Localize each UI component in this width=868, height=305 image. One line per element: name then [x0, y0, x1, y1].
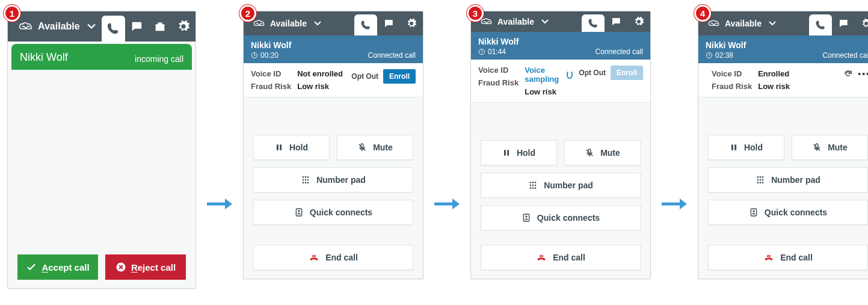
- opt-out-link[interactable]: Opt Out: [579, 69, 606, 77]
- enroll-button[interactable]: Enroll: [383, 69, 416, 84]
- agent-status-dropdown[interactable]: Available: [247, 14, 327, 32]
- caller-name: Nikki Wolf: [251, 40, 291, 50]
- caller-banner-connected: Nikki Wolf 00:20 Connected call: [244, 35, 423, 63]
- flow-arrow-icon: [433, 197, 461, 211]
- agent-status-dropdown[interactable]: Available: [475, 14, 555, 29]
- call-timer: 02:38: [706, 51, 746, 60]
- enroll-button-disabled: Enroll: [611, 66, 643, 80]
- svg-point-9: [303, 179, 304, 181]
- tab-chat[interactable]: [832, 11, 855, 35]
- more-menu-button[interactable]: •••: [858, 69, 868, 79]
- hold-button[interactable]: Hold: [708, 135, 784, 160]
- opt-out-link[interactable]: Opt Out: [351, 72, 378, 81]
- quick-connects-button[interactable]: Quick connects: [708, 200, 868, 225]
- fraud-risk-value: Low risk: [525, 87, 573, 96]
- agent-status-label: Available: [38, 21, 80, 32]
- call-state-label: Connected call: [368, 51, 416, 60]
- number-pad-button[interactable]: Number pad: [708, 167, 868, 193]
- voice-id-value: Enrolled: [758, 69, 837, 78]
- pause-icon: [502, 149, 511, 157]
- svg-point-29: [532, 187, 534, 189]
- call-state-label: Connected call: [596, 48, 643, 56]
- ccp-panel-connected: Available Nikki Wolf 00:20: [243, 11, 423, 279]
- mic-off-icon: [585, 148, 594, 158]
- agent-status-dropdown[interactable]: Available: [702, 14, 782, 32]
- dialpad-icon: [301, 175, 310, 185]
- svg-rect-4: [280, 144, 282, 150]
- connect-cloud-icon: [253, 19, 265, 28]
- svg-rect-19: [504, 150, 506, 155]
- hold-button[interactable]: Hold: [253, 135, 330, 160]
- fraud-risk-value: Low risk: [758, 82, 837, 91]
- svg-point-6: [303, 176, 304, 178]
- tab-settings[interactable]: [400, 11, 423, 35]
- svg-rect-20: [507, 150, 509, 155]
- refresh-button[interactable]: [843, 69, 853, 79]
- topbar: Available: [244, 11, 423, 35]
- tab-chat[interactable]: [605, 11, 627, 32]
- end-call-button[interactable]: End call: [481, 245, 641, 270]
- tab-phone[interactable]: [582, 14, 605, 32]
- tab-phone[interactable]: [809, 14, 832, 35]
- accept-call-button[interactable]: Accept call: [17, 254, 98, 280]
- spinner-icon: [567, 70, 573, 79]
- caller-banner-connected: Nikki Wolf 02:38 Connected call: [698, 35, 868, 63]
- end-call-button[interactable]: End call: [708, 245, 868, 270]
- caller-name: Nikki Wolf: [20, 51, 68, 64]
- tab-tasks[interactable]: [149, 11, 172, 42]
- call-state-label: incoming call: [135, 54, 183, 64]
- mic-off-icon: [812, 143, 822, 152]
- ccp-panel-sampling: Available Nikki Wolf 01:44: [470, 11, 651, 279]
- dialpad-icon: [756, 175, 765, 185]
- number-pad-button[interactable]: Number pad: [253, 167, 413, 193]
- mute-button[interactable]: Mute: [564, 140, 641, 165]
- end-call-button[interactable]: End call: [253, 245, 413, 270]
- check-icon: [26, 262, 37, 273]
- connect-cloud-icon: [19, 22, 33, 31]
- tab-settings[interactable]: [627, 11, 650, 32]
- voice-id-value: Not enrolled: [297, 69, 345, 78]
- chevron-down-icon: [769, 21, 776, 26]
- panel-body: Accept call Reject call: [8, 70, 195, 288]
- tab-phone[interactable]: [102, 16, 125, 42]
- ccp-panel-incoming: Available Nikki Wolf incoming call: [7, 11, 196, 289]
- svg-point-11: [307, 179, 309, 181]
- tab-settings[interactable]: [172, 11, 195, 42]
- topbar: Available: [8, 11, 195, 42]
- quick-connects-button[interactable]: Quick connects: [253, 200, 413, 225]
- pause-icon: [275, 143, 283, 152]
- svg-point-30: [535, 187, 537, 189]
- step-badge-4: 4: [694, 5, 711, 22]
- svg-point-48: [753, 210, 754, 212]
- tab-chat[interactable]: [377, 11, 400, 35]
- panel-body: Hold Mute Number pad Quick connects: [244, 97, 423, 279]
- tab-settings[interactable]: [855, 11, 868, 35]
- number-pad-button[interactable]: Number pad: [481, 173, 641, 198]
- reject-call-button[interactable]: Reject call: [105, 254, 186, 280]
- quick-connects-button[interactable]: Quick connects: [481, 205, 641, 230]
- fraud-risk-label: Fraud Risk: [478, 78, 519, 87]
- hangup-icon: [536, 253, 547, 262]
- dialpad-icon: [528, 180, 538, 190]
- agent-status-label: Available: [270, 19, 307, 28]
- hold-button[interactable]: Hold: [481, 140, 557, 165]
- agent-status-dropdown[interactable]: Available: [13, 16, 102, 37]
- tab-chat[interactable]: [125, 11, 149, 42]
- caller-banner-connected: Nikki Wolf 01:44 Connected call: [471, 32, 650, 60]
- svg-point-8: [307, 176, 309, 178]
- svg-point-44: [757, 182, 759, 183]
- ccp-panel-enrolled: Available Nikki Wolf 02:38: [698, 11, 868, 279]
- flow-arrow-icon: [206, 197, 233, 211]
- svg-point-14: [307, 182, 309, 183]
- svg-point-27: [535, 185, 537, 186]
- svg-rect-31: [523, 214, 529, 221]
- tab-phone[interactable]: [354, 14, 377, 35]
- svg-point-45: [760, 182, 762, 183]
- mute-button[interactable]: Mute: [337, 135, 413, 160]
- hangup-icon: [763, 253, 774, 262]
- chevron-down-icon: [87, 23, 96, 29]
- mute-button[interactable]: Mute: [792, 135, 868, 160]
- panel-body: Hold Mute Number pad Quick connects: [698, 97, 868, 279]
- mic-off-icon: [357, 143, 367, 152]
- caller-banner-incoming: Nikki Wolf incoming call: [11, 44, 192, 70]
